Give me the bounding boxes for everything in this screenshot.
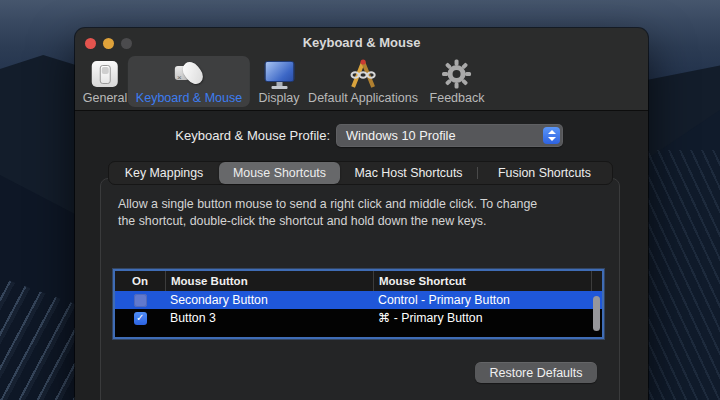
mouse-button-cell[interactable]: Secondary Button bbox=[165, 291, 373, 309]
vertical-scrollbar-thumb[interactable] bbox=[593, 296, 600, 331]
restore-defaults-button[interactable]: Restore Defaults bbox=[475, 362, 597, 383]
toolbar-item-label: Keyboard & Mouse bbox=[136, 91, 242, 105]
chevron-down-icon bbox=[548, 137, 556, 141]
window-title: Keyboard & Mouse bbox=[75, 28, 648, 55]
toolbar-item-general[interactable]: General bbox=[75, 56, 135, 107]
row-checkbox-cell bbox=[115, 291, 165, 309]
dropdown-stepper-icon bbox=[543, 127, 560, 144]
mouse-button-cell[interactable]: Button 3 bbox=[165, 309, 373, 327]
toolbar-item-label: Feedback bbox=[430, 91, 485, 105]
table-header-row: On Mouse Button Mouse Shortcut bbox=[115, 271, 602, 291]
shortcuts-tab-bar: Key Mappings Mouse Shortcuts Mac Host Sh… bbox=[108, 161, 613, 185]
gear-icon bbox=[442, 58, 472, 90]
tab-fusion-shortcuts[interactable]: Fusion Shortcuts bbox=[477, 162, 612, 184]
titlebar[interactable]: Keyboard & Mouse bbox=[75, 28, 648, 55]
toolbar-item-feedback[interactable]: Feedback bbox=[422, 56, 493, 107]
toolbar-item-default-applications[interactable]: Default Applications bbox=[300, 56, 426, 107]
scrollbar-gutter bbox=[591, 271, 602, 291]
mouse-shortcuts-table: On Mouse Button Mouse Shortcut Secondary… bbox=[113, 269, 604, 339]
checkbox-checked-icon[interactable] bbox=[134, 312, 147, 325]
toolbar-item-label: Default Applications bbox=[308, 91, 418, 105]
description-line: Allow a single button mouse to send a ri… bbox=[118, 196, 596, 213]
keyboard-mouse-icon bbox=[172, 58, 206, 90]
tab-mac-host-shortcuts[interactable]: Mac Host Shortcuts bbox=[340, 162, 477, 184]
table-row[interactable]: Secondary Button Control - Primary Butto… bbox=[115, 291, 602, 309]
profile-label: Keyboard & Mouse Profile: bbox=[75, 124, 330, 147]
column-header-mouse-shortcut[interactable]: Mouse Shortcut bbox=[373, 271, 591, 291]
toolbar-item-keyboard-mouse[interactable]: Keyboard & Mouse bbox=[128, 56, 250, 107]
preferences-window: Keyboard & Mouse General Keyboard & Mous… bbox=[75, 28, 648, 400]
toolbar-item-display[interactable]: Display bbox=[251, 56, 308, 107]
display-monitor-icon bbox=[263, 58, 295, 90]
chevron-up-icon bbox=[548, 130, 556, 134]
toolbar-item-label: Display bbox=[259, 91, 300, 105]
profile-dropdown[interactable]: Windows 10 Profile bbox=[336, 124, 563, 147]
table-row[interactable]: Button 3 ⌘ - Primary Button bbox=[115, 309, 602, 327]
description-line: the shortcut, double-click the shortcut … bbox=[118, 213, 596, 230]
row-checkbox-cell bbox=[115, 309, 165, 327]
tab-mouse-shortcuts[interactable]: Mouse Shortcuts bbox=[219, 162, 340, 184]
mouse-shortcut-cell[interactable]: Control - Primary Button bbox=[373, 291, 591, 309]
column-header-on[interactable]: On bbox=[115, 271, 165, 291]
mouse-shortcuts-description: Allow a single button mouse to send a ri… bbox=[118, 196, 596, 229]
checkbox-unchecked-icon[interactable] bbox=[134, 294, 147, 307]
preferences-toolbar: General Keyboard & Mouse Display bbox=[75, 55, 648, 111]
mouse-shortcut-cell[interactable]: ⌘ - Primary Button bbox=[373, 309, 591, 327]
general-switch-icon bbox=[92, 58, 118, 90]
toolbar-item-label: General bbox=[83, 91, 127, 105]
profile-dropdown-value: Windows 10 Profile bbox=[346, 124, 456, 147]
column-header-mouse-button[interactable]: Mouse Button bbox=[165, 271, 373, 291]
default-applications-icon bbox=[346, 58, 380, 90]
tab-key-mappings[interactable]: Key Mappings bbox=[109, 162, 219, 184]
